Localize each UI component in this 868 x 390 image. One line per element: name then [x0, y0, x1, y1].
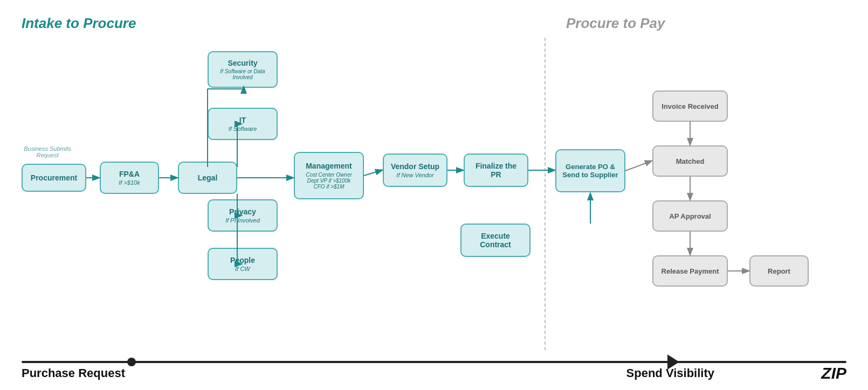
- bottom-bar-dot: [127, 358, 136, 366]
- section-divider: [545, 38, 546, 350]
- privacy-node: Privacy If PI Involved: [208, 199, 278, 232]
- matched-node: Matched: [652, 145, 728, 177]
- management-node: Management Cost Center OwnerDept VP if >…: [294, 152, 364, 199]
- generate-po-node: Generate PO & Send to Supplier: [555, 149, 625, 192]
- zip-logo: ZIP: [821, 364, 846, 382]
- bottom-label-left: Purchase Request: [22, 366, 125, 380]
- diagram-container: Intake to Procure Procure to Pay Busines…: [0, 0, 868, 390]
- arrows-svg: [0, 0, 868, 390]
- ap-approval-node: AP Approval: [652, 200, 728, 232]
- bottom-label-right: Spend Visibility: [626, 366, 714, 380]
- execute-contract-node: Execute Contract: [460, 224, 531, 257]
- svg-line-16: [625, 161, 651, 171]
- bottom-bar: [22, 361, 846, 363]
- business-submits-label: Business SubmitsRequest: [20, 145, 74, 158]
- vendor-setup-node: Vendor Setup If New Vendor: [383, 154, 447, 187]
- section-title-left: Intake to Procure: [22, 15, 136, 32]
- procurement-node: Procurement: [22, 164, 86, 192]
- legal-node: Legal: [178, 162, 237, 194]
- svg-line-12: [364, 170, 382, 176]
- it-node: IT If Software: [208, 108, 278, 140]
- report-node: Report: [749, 255, 809, 287]
- security-node: Security If Software or Data Involved: [208, 51, 278, 88]
- fpa-node: FP&A If >$10k: [100, 162, 159, 194]
- invoice-received-node: Invoice Received: [652, 90, 728, 122]
- finalize-pr-node: Finalize the PR: [464, 154, 528, 187]
- release-payment-node: Release Payment: [652, 255, 728, 287]
- people-node: People If CW: [208, 248, 278, 280]
- section-title-right: Procure to Pay: [566, 15, 665, 32]
